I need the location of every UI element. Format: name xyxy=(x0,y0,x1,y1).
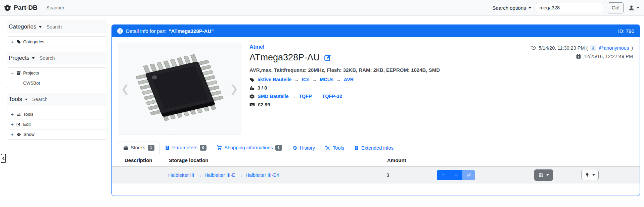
tree-item-label: Tools xyxy=(23,112,33,117)
modified-user-link[interactable]: @anonymous xyxy=(599,45,629,51)
tree-item-label: Show xyxy=(24,132,35,137)
tree-item-show[interactable]: + Show xyxy=(7,129,107,139)
storage-location-link[interactable]: Halbleiter III xyxy=(168,172,202,178)
tools-title: Tools xyxy=(9,96,22,103)
table-row: Halbleiter III Halbleiter III-E Halbleit… xyxy=(112,167,640,184)
projects-dropdown[interactable]: Projects xyxy=(9,55,35,61)
categories-search-input[interactable] xyxy=(46,24,97,30)
tree-item-edit[interactable]: + Edit xyxy=(7,119,107,129)
led-locate-dropdown-button[interactable] xyxy=(581,170,599,180)
label-qr-dropdown-button[interactable] xyxy=(534,169,553,181)
card-title-prefix: Detail info for part xyxy=(126,28,166,34)
top-navbar: Part-DB Scanner Search options Go! xyxy=(0,0,644,16)
expand-icon[interactable]: + xyxy=(10,39,14,45)
tree-item-categories[interactable]: + Categories xyxy=(7,37,107,47)
card-header: i Detail info for part "ATmega328P-AU" I… xyxy=(112,25,640,37)
footprint-breadcrumb: SMD Bauteile TQFP TQFP-32 xyxy=(258,94,342,99)
search-go-button[interactable]: Go! xyxy=(608,2,624,13)
tag-icon xyxy=(16,40,21,44)
lightbulb-icon xyxy=(585,172,590,177)
card-title-part-name: "ATmega328P-AU" xyxy=(169,28,214,34)
collapse-minus-icon[interactable]: − xyxy=(10,70,14,76)
history-icon xyxy=(531,45,536,51)
manufacturer-link[interactable]: Atmel xyxy=(249,44,264,50)
carousel-prev-icon[interactable]: ❮ xyxy=(121,84,129,94)
tools-search-input[interactable] xyxy=(32,97,83,102)
expand-icon[interactable]: + xyxy=(10,121,14,127)
tree-item-cwsbot[interactable]: CWSBot xyxy=(7,78,107,88)
add-stock-button[interactable]: + xyxy=(450,170,462,180)
tree-item-tools[interactable]: + Tools xyxy=(7,109,107,119)
carousel-indicators[interactable] xyxy=(168,129,191,130)
nav-link-scanner[interactable]: Scanner xyxy=(46,5,64,10)
sidebar-collapse-button[interactable] xyxy=(1,154,6,163)
microchip-icon xyxy=(249,94,255,99)
tab-label: Shopping informations xyxy=(224,145,273,150)
part-detail-card: i Detail info for part "ATmega328P-AU" I… xyxy=(111,24,640,196)
tab-label: Stocks xyxy=(131,145,145,150)
storage-location-link[interactable]: Halbleiter III-E4 xyxy=(245,172,279,178)
pen-square-icon xyxy=(16,122,21,126)
projects-title: Projects xyxy=(9,55,29,61)
carousel-dash[interactable] xyxy=(168,129,178,130)
search-options-dropdown[interactable]: Search options xyxy=(493,5,531,11)
move-stock-button[interactable] xyxy=(462,170,475,180)
tab-shopping-informations[interactable]: Shopping informations 1 xyxy=(212,142,287,154)
money-bill-icon xyxy=(249,102,255,107)
stocks-table: Description Storage location Amount Halb… xyxy=(112,154,640,184)
microchip-logo-icon xyxy=(4,4,11,11)
history-icon xyxy=(292,145,297,151)
expand-icon[interactable]: + xyxy=(10,111,14,117)
swap-arrows-icon xyxy=(466,172,472,177)
part-image-carousel[interactable]: ❮ ❯ xyxy=(118,43,241,135)
stock-quantity-controls: − + xyxy=(437,170,534,180)
carousel-next-icon[interactable]: ❯ xyxy=(230,84,238,94)
carousel-dash[interactable] xyxy=(181,129,191,130)
global-search-input[interactable] xyxy=(536,3,603,13)
part-name: ATmega328P-AU xyxy=(249,52,320,63)
category-breadcrumb: aktive Bauteile ICs MCUs AVR xyxy=(258,77,354,82)
tools-tree: + Tools + Edit xyxy=(7,109,107,140)
cart-icon xyxy=(217,145,222,150)
categories-dropdown[interactable]: Categories xyxy=(9,23,42,30)
category-link[interactable]: AVR xyxy=(344,77,354,82)
storage-location-link[interactable]: Halbleiter III-E xyxy=(204,172,243,178)
cell-amount: 3 xyxy=(386,172,437,178)
sidebar-header-projects: Projects xyxy=(7,52,107,64)
stock-amount: 3 / 0 xyxy=(258,85,267,91)
footprint-link[interactable]: TQFP xyxy=(299,94,319,99)
tab-extended-infos[interactable]: Extended infos xyxy=(349,142,399,154)
part-id-label: ID: 790 xyxy=(618,28,634,34)
tab-parameters[interactable]: Parameters 0 xyxy=(160,142,212,154)
tab-history[interactable]: History xyxy=(287,142,320,154)
category-link[interactable]: MCUs xyxy=(320,77,341,82)
app-brand[interactable]: Part-DB xyxy=(4,4,38,11)
footprint-link[interactable]: TQFP-32 xyxy=(322,94,342,99)
sidebar: Categories + Categories Projects xyxy=(7,20,107,144)
part-meta: 5/14/20, 11:30:23 PM ( @anonymous ) xyxy=(531,43,634,135)
tag-icon xyxy=(249,77,255,82)
withdraw-stock-button[interactable]: − xyxy=(437,170,450,180)
user-menu-button[interactable] xyxy=(628,5,639,11)
calendar-plus-icon xyxy=(576,54,581,59)
tab-stocks[interactable]: Stocks 1 xyxy=(118,142,160,154)
tree-item-projects[interactable]: − Projects xyxy=(7,68,107,78)
parameters-icon xyxy=(165,145,170,150)
category-link[interactable]: aktive Bauteile xyxy=(258,77,299,82)
tree-item-label: Edit xyxy=(23,122,31,127)
edit-part-icon[interactable] xyxy=(324,54,331,61)
caret-down-icon xyxy=(592,174,595,176)
category-link[interactable]: ICs xyxy=(302,77,317,82)
caret-down-icon xyxy=(25,99,28,100)
part-tabs: Stocks 1 Parameters 0 xyxy=(118,142,640,154)
expand-icon[interactable]: + xyxy=(10,132,14,137)
tree-item-label: Categories xyxy=(23,39,44,44)
tab-tools[interactable]: Tools xyxy=(320,142,349,154)
avatar xyxy=(590,45,596,51)
projects-search-input[interactable] xyxy=(39,55,90,61)
footprint-link[interactable]: SMD Bauteile xyxy=(258,94,296,99)
search-options-label: Search options xyxy=(493,5,526,11)
storage-location-breadcrumb: Halbleiter III Halbleiter III-E Halbleit… xyxy=(168,172,386,178)
caret-down-icon xyxy=(39,26,42,28)
tools-dropdown[interactable]: Tools xyxy=(9,96,28,103)
